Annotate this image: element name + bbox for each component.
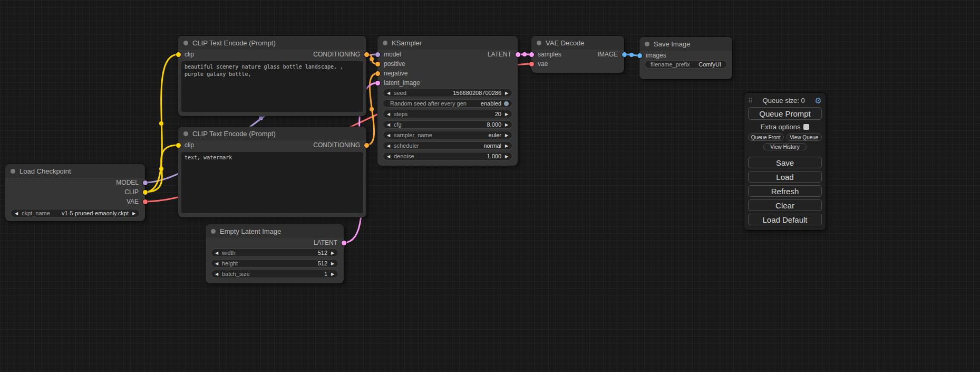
prev-value-arrow-icon[interactable]: ◀ [386, 133, 391, 138]
node-vae-decode[interactable]: VAE Decode samples IMAGE vae [531, 36, 624, 73]
node-title-bar[interactable]: KSampler [377, 36, 518, 50]
slot-row: LATENT [206, 238, 344, 247]
decrement-arrow-icon[interactable]: ◀ [386, 122, 391, 127]
denoise-widget[interactable]: ◀ denoise 1.000 ▶ [383, 152, 512, 160]
node-save-image[interactable]: Save Image images filename_prefix ComfyU… [639, 37, 732, 79]
filename-prefix-widget[interactable]: filename_prefix ComfyUI [645, 60, 727, 69]
increment-arrow-icon[interactable]: ▶ [504, 154, 509, 159]
increment-arrow-icon[interactable]: ▶ [330, 272, 335, 276]
output-socket-model[interactable] [143, 180, 148, 185]
queue-front-button[interactable]: Queue Front [748, 133, 784, 141]
increment-arrow-icon[interactable]: ▶ [504, 122, 509, 127]
widget-value: 20 [495, 111, 504, 117]
input-socket-latent-image[interactable] [375, 81, 380, 85]
sampler-name-widget[interactable]: ◀ sampler_name euler ▶ [383, 131, 512, 139]
width-widget[interactable]: ◀ width 512 ▶ [211, 249, 338, 257]
input-socket-clip[interactable] [176, 52, 181, 57]
scheduler-widget[interactable]: ◀ scheduler normal ▶ [383, 141, 512, 150]
node-title: Load Checkpoint [20, 167, 71, 175]
node-empty-latent-image[interactable]: Empty Latent Image LATENT ◀ width 512 ▶ … [206, 224, 344, 283]
node-ksampler[interactable]: KSampler model LATENT positive negative … [377, 36, 518, 166]
load-button[interactable]: Load [748, 171, 822, 183]
increment-arrow-icon[interactable]: ▶ [330, 251, 335, 255]
input-socket-clip[interactable] [176, 143, 181, 148]
collapse-dot-icon[interactable] [183, 41, 188, 45]
prompt-textarea[interactable]: beautiful scenery nature glass bottle la… [181, 61, 363, 112]
next-value-arrow-icon[interactable]: ▶ [504, 144, 509, 148]
cfg-widget[interactable]: ◀ cfg 8.000 ▶ [383, 120, 512, 129]
batch-size-widget[interactable]: ◀ batch_size 1 ▶ [211, 270, 338, 278]
node-clip-text-encode-positive[interactable]: CLIP Text Encode (Prompt) clip CONDITION… [178, 36, 366, 116]
toggle-on-dot-icon[interactable] [504, 101, 509, 106]
collapse-dot-icon[interactable] [183, 131, 188, 136]
queue-prompt-button[interactable]: Queue Prompt [748, 107, 822, 120]
increment-arrow-icon[interactable]: ▶ [330, 261, 335, 266]
clear-button[interactable]: Clear [748, 199, 822, 211]
node-title-bar[interactable]: CLIP Text Encode (Prompt) [178, 36, 366, 50]
random-seed-toggle-widget[interactable]: Random seed after every gen enabled [383, 99, 512, 108]
input-socket-negative[interactable] [375, 71, 380, 76]
settings-gear-icon[interactable]: ⚙ [815, 97, 822, 104]
link-clip-positive-midpoint [159, 121, 163, 126]
output-label-image: IMAGE [597, 51, 624, 58]
input-socket-vae[interactable] [529, 62, 534, 66]
output-socket-clip[interactable] [143, 190, 148, 195]
input-socket-model[interactable] [375, 52, 380, 57]
decrement-arrow-icon[interactable]: ◀ [214, 251, 219, 255]
link-image-midpoint [629, 53, 634, 57]
increment-arrow-icon[interactable]: ▶ [504, 91, 509, 96]
view-history-button[interactable]: View History [763, 143, 806, 150]
decrement-arrow-icon[interactable]: ◀ [386, 154, 391, 159]
next-value-arrow-icon[interactable]: ▶ [131, 211, 137, 216]
decrement-arrow-icon[interactable]: ◀ [214, 261, 219, 266]
collapse-dot-icon[interactable] [383, 41, 387, 45]
output-socket-image[interactable] [622, 52, 627, 57]
height-widget[interactable]: ◀ height 512 ▶ [211, 259, 338, 268]
prev-value-arrow-icon[interactable]: ◀ [386, 144, 391, 148]
output-socket-conditioning[interactable] [364, 143, 369, 148]
view-queue-button[interactable]: View Queue [787, 133, 822, 141]
input-socket-positive[interactable] [375, 62, 380, 66]
refresh-button[interactable]: Refresh [748, 185, 822, 197]
node-clip-text-encode-negative[interactable]: CLIP Text Encode (Prompt) clip CONDITION… [178, 127, 366, 217]
next-value-arrow-icon[interactable]: ▶ [504, 133, 509, 138]
output-label-conditioning: CONDITIONING [313, 141, 366, 149]
comfy-menu-panel[interactable]: ⠿ Queue size: 0 ⚙ Queue Prompt Extra opt… [744, 93, 826, 230]
extra-options-checkbox[interactable] [803, 124, 809, 130]
node-title-bar[interactable]: Save Image [639, 37, 732, 51]
save-button[interactable]: Save [748, 157, 822, 168]
node-load-checkpoint[interactable]: Load Checkpoint MODEL CLIP VAE ◀ ckpt_na… [5, 164, 145, 221]
prompt-textarea[interactable]: text, watermark [181, 152, 363, 213]
link-model-midpoint [259, 116, 263, 120]
node-title-bar[interactable]: VAE Decode [531, 36, 624, 50]
collapse-dot-icon[interactable] [11, 169, 15, 174]
decrement-arrow-icon[interactable]: ◀ [214, 272, 219, 276]
slot-row: samples IMAGE [531, 50, 624, 59]
output-socket-latent[interactable] [342, 241, 346, 245]
node-title: VAE Decode [546, 39, 584, 47]
prev-value-arrow-icon[interactable]: ◀ [14, 211, 19, 216]
collapse-dot-icon[interactable] [537, 41, 541, 45]
input-socket-images[interactable] [637, 53, 642, 58]
input-label-images: images [639, 52, 666, 59]
output-socket-conditioning[interactable] [364, 52, 369, 57]
node-title-bar[interactable]: Load Checkpoint [5, 164, 145, 178]
load-default-button[interactable]: Load Default [748, 214, 822, 225]
ckpt-name-widget[interactable]: ◀ ckpt_name v1-5-pruned-emaonly.ckpt ▶ [11, 209, 140, 217]
collapse-dot-icon[interactable] [211, 229, 216, 234]
slot-row: vae [531, 59, 624, 69]
drag-handle-icon[interactable]: ⠿ [748, 97, 753, 104]
input-socket-samples[interactable] [529, 52, 534, 57]
output-socket-latent[interactable] [516, 52, 520, 57]
steps-widget[interactable]: ◀ steps 20 ▶ [383, 110, 512, 118]
node-graph-canvas[interactable]: Load Checkpoint MODEL CLIP VAE ◀ ckpt_na… [0, 0, 980, 372]
node-title-bar[interactable]: CLIP Text Encode (Prompt) [178, 127, 366, 140]
output-socket-vae[interactable] [143, 199, 148, 204]
node-title-bar[interactable]: Empty Latent Image [206, 224, 344, 238]
decrement-arrow-icon[interactable]: ◀ [386, 112, 391, 117]
decrement-arrow-icon[interactable]: ◀ [386, 91, 391, 96]
collapse-dot-icon[interactable] [645, 42, 649, 46]
node-title: KSampler [392, 39, 422, 47]
seed-widget[interactable]: ◀ seed 156680208700286 ▶ [383, 89, 512, 97]
increment-arrow-icon[interactable]: ▶ [504, 112, 509, 117]
